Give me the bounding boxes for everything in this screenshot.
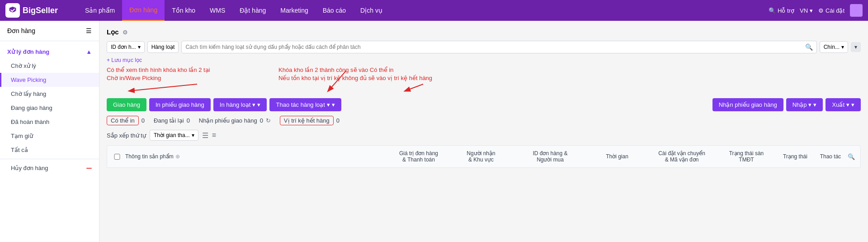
out-of-stock-badge: Vị trí kệ hết hàng [280,116,334,125]
print-slip-button[interactable]: In phiếu giao hàng [149,98,211,111]
th-order-id: ID đơn hàng &Người mua [514,150,586,163]
bulk-action-button[interactable]: Thao tác hàng loạt ▾ [269,98,341,111]
svg-line-2 [405,84,423,91]
sidebar-menu-icon[interactable]: ☰ [86,27,92,34]
annotation-area: Có thể xem tình hình khóa kho lần 2 tại … [107,66,861,95]
th-time: Thời gian [590,153,644,160]
sidebar-order-section: Xử lý đơn hàng ▲ Chờ xử lý Wave Picking … [0,41,99,179]
can-print-badge: Có thể in [107,116,139,125]
nav-dat-hang[interactable]: Đặt hàng [232,0,273,21]
chevron-down-icon: ▾ [841,44,844,50]
sidebar-item-tat-ca[interactable]: Tất cả [0,143,99,157]
import-button[interactable]: Nhập ▾ [786,98,823,111]
help-link[interactable]: 🔍 Hỗ trợ [769,7,794,14]
search-input[interactable] [185,44,805,50]
sidebar-item-tam-giu[interactable]: Tạm giữ [0,129,99,143]
bulk-filter-select[interactable]: Hàng loạt [147,41,179,53]
nav-ton-kho[interactable]: Tồn kho [165,0,203,21]
status-retrying: Đang tải lại 0 [154,117,190,124]
logo[interactable]: BigSeller [5,3,69,18]
sidebar-item-huy-don-hang[interactable]: Hủy đơn hàng [0,161,99,175]
sidebar-header: Đơn hàng ☰ [0,21,99,41]
settings-link[interactable]: ⚙ Cài đặt [818,7,844,14]
deliver-button[interactable]: Giao hàng [107,98,146,111]
nav-items: Sản phẩm Đơn hàng Tồn kho WMS Đặt hàng M… [78,0,769,21]
status-received: Nhận phiếu giao hàng 0 ↻ [199,117,271,124]
logo-icon [5,3,20,18]
annotation-left: Có thể xem tình hình khóa kho lần 2 tại … [107,66,210,82]
nav-dich-vu[interactable]: Dịch vụ [353,0,390,21]
main-content: Lọc ⚙ ID đơn h... ▾ Hàng loạt 🔍 Chín... … [99,21,868,242]
gear-icon: ⚙ [818,7,824,14]
avatar[interactable] [850,4,863,17]
action-buttons-row: Giao hàng In phiếu giao hàng In hàng loạ… [107,98,861,111]
sidebar-item-dang-giao-hang[interactable]: Đang giao hàng [0,101,99,115]
sort-asc-icon[interactable]: ☰ [202,131,208,140]
table-search-icon[interactable]: 🔍 [848,153,855,160]
retrying-count: 0 [187,117,190,124]
can-print-count: 0 [142,117,145,124]
svg-line-0 [129,84,197,91]
received-count: 0 [260,117,263,124]
chevron-down-icon: ▾ [192,132,194,138]
add-column-icon[interactable]: ⊕ [175,153,180,160]
filter-bar: ID đơn h... ▾ Hàng loạt 🔍 Chín... ▾ ▾ [107,41,861,53]
filter-title-row: Lọc ⚙ [107,28,861,36]
nav-marketing[interactable]: Marketing [273,0,315,21]
th-state: Trạng thái [777,153,813,160]
lang-switcher[interactable]: VN ▾ [800,7,813,14]
filter-settings-icon[interactable]: ⚙ [123,29,128,36]
sidebar-title: Đơn hàng [7,27,35,34]
sidebar-item-da-hoan-thanh[interactable]: Đã hoàn thành [0,115,99,129]
status-row: Có thể in 0 Đang tải lại 0 Nhận phiếu gi… [107,116,861,125]
sidebar-item-cho-lay-hang[interactable]: Chờ lấy hàng [0,87,99,101]
nav-wms[interactable]: WMS [203,0,232,21]
save-filter-link[interactable]: + Lưu mục lọc [107,57,142,63]
id-filter-select[interactable]: ID đơn h... ▾ [107,41,145,53]
logo-text: BigSeller [23,6,58,15]
chevron-down-icon: ▾ [846,101,849,108]
bulk-print-button[interactable]: In hàng loạt ▾ [213,98,267,111]
annotation-arrows [107,66,861,95]
chevron-down-icon: ▾ [327,101,330,108]
search-icon: 🔍 [769,7,776,14]
status-out-of-stock: Vị trí kệ hết hàng 0 [280,116,340,125]
sidebar: Đơn hàng ☰ Xử lý đơn hàng ▲ Chờ xử lý Wa… [0,21,99,242]
sort-label: Sắp xếp thứ tự [107,132,146,139]
sort-desc-icon[interactable]: ≡ [212,131,216,139]
receive-slip-button[interactable]: Nhận phiếu giao hàng [712,98,783,111]
sidebar-item-wave-picking[interactable]: Wave Picking [0,73,99,87]
expand-filters-button[interactable]: ▾ [851,42,861,52]
chevron-up-icon: ▲ [86,48,92,55]
search-icon: 🔍 [805,43,813,51]
filter-title: Lọc [107,28,119,36]
save-filter-row: + Lưu mục lọc [107,57,861,63]
nav-don-hang[interactable]: Đơn hàng [122,0,165,21]
filter-search-box: 🔍 [181,41,816,53]
nav-right: 🔍 Hỗ trợ VN ▾ ⚙ Cài đặt [769,4,863,17]
sidebar-xu-ly-don-hang[interactable]: Xử lý đơn hàng ▲ [0,45,99,59]
export-button[interactable]: Xuất ▾ [826,98,861,111]
layout: Đơn hàng ☰ Xử lý đơn hàng ▲ Chờ xử lý Wa… [0,21,868,242]
chevron-down-icon: ▾ [810,7,813,14]
nav-bao-cao[interactable]: Báo cáo [316,0,353,21]
th-product: Thông tin sản phẩm ⊕ [125,153,386,160]
out-of-stock-count: 0 [336,117,340,124]
th-recipient: Người nhận& Khu vực [452,150,510,163]
annotation-right: Khóa kho lần 2 thành công sẽ vào Có thể … [278,66,432,82]
right-action-buttons: Nhận phiếu giao hàng Nhập ▾ Xuất ▾ [712,98,861,111]
sidebar-divider [0,159,99,159]
status-can-print: Có thể in 0 [107,116,145,125]
refresh-icon[interactable]: ↻ [266,117,271,124]
status-filter-select[interactable]: Chín... ▾ [820,41,848,53]
nav-san-pham[interactable]: Sản phẩm [78,0,122,21]
table-header: Thông tin sản phẩm ⊕ Giá trị đơn hàng& T… [107,145,861,168]
sort-select[interactable]: Thời gian tha... ▾ [150,130,198,141]
th-action: Thao tác [817,153,844,160]
sidebar-item-cho-xu-ly[interactable]: Chờ xử lý [0,59,99,73]
cancel-order-badge [86,168,92,169]
th-tmdt-status: Trạng thái sànTMĐT [719,150,774,163]
chevron-down-icon: ▾ [252,101,255,108]
chevron-down-icon: ▾ [808,101,811,108]
select-all-checkbox[interactable] [113,154,122,160]
